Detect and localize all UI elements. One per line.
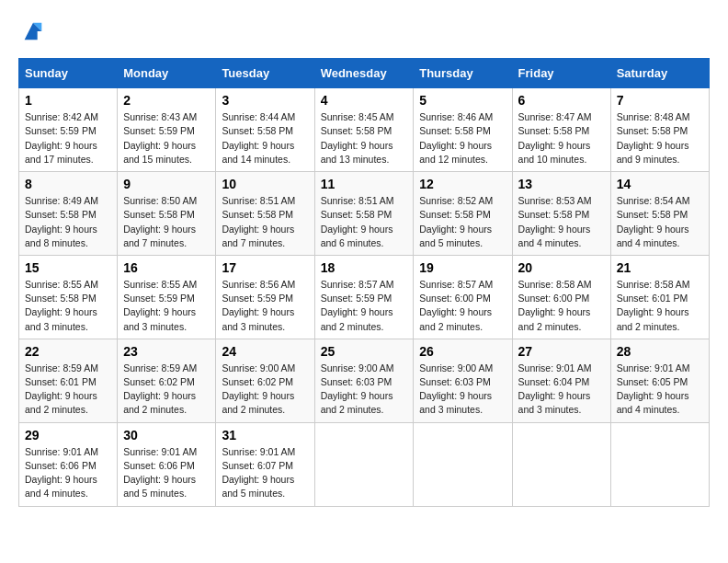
calendar-cell-4-4: 25Sunrise: 9:00 AMSunset: 6:03 PMDayligh…: [314, 339, 414, 422]
day-info: Sunrise: 8:44 AMSunset: 5:58 PMDaylight:…: [222, 110, 308, 167]
day-number: 28: [617, 344, 703, 359]
day-number: 14: [617, 177, 703, 191]
calendar-cell-5-1: 29Sunrise: 9:01 AMSunset: 6:06 PMDayligh…: [19, 422, 118, 506]
day-number: 15: [25, 260, 111, 275]
logo-text: [18, 18, 46, 49]
day-info: Sunrise: 9:00 AMSunset: 6:03 PMDaylight:…: [321, 362, 408, 418]
day-info: Sunrise: 8:54 AMSunset: 5:58 PMDaylight:…: [617, 194, 703, 250]
day-number: 4: [321, 93, 408, 108]
day-number: 30: [123, 428, 210, 442]
calendar-header-friday: Friday: [512, 59, 610, 88]
calendar-header-row: SundayMondayTuesdayWednesdayThursdayFrid…: [19, 59, 710, 88]
day-number: 24: [222, 344, 308, 359]
day-info: Sunrise: 8:43 AMSunset: 5:59 PMDaylight:…: [123, 110, 210, 167]
day-info: Sunrise: 8:45 AMSunset: 5:58 PMDaylight:…: [321, 110, 408, 167]
day-number: 19: [419, 260, 506, 275]
calendar-cell-2-4: 11Sunrise: 8:51 AMSunset: 5:58 PMDayligh…: [314, 172, 414, 256]
calendar-cell-2-6: 13Sunrise: 8:53 AMSunset: 5:58 PMDayligh…: [512, 172, 610, 256]
calendar-cell-5-3: 31Sunrise: 9:01 AMSunset: 6:07 PMDayligh…: [216, 422, 314, 506]
day-info: Sunrise: 8:47 AMSunset: 5:58 PMDaylight:…: [518, 110, 605, 167]
logo: [18, 18, 46, 49]
calendar-cell-5-7: [610, 422, 709, 506]
calendar-header-sunday: Sunday: [19, 59, 118, 88]
calendar-week-1: 1Sunrise: 8:42 AMSunset: 5:59 PMDaylight…: [19, 88, 710, 172]
day-number: 2: [123, 93, 210, 108]
day-number: 3: [222, 93, 308, 108]
calendar-cell-5-2: 30Sunrise: 9:01 AMSunset: 6:06 PMDayligh…: [118, 422, 216, 506]
calendar-cell-1-2: 2Sunrise: 8:43 AMSunset: 5:59 PMDaylight…: [118, 88, 216, 172]
calendar-cell-1-3: 3Sunrise: 8:44 AMSunset: 5:58 PMDaylight…: [216, 88, 314, 172]
day-info: Sunrise: 9:00 AMSunset: 6:02 PMDaylight:…: [222, 362, 308, 418]
calendar-cell-4-2: 23Sunrise: 8:59 AMSunset: 6:02 PMDayligh…: [118, 339, 216, 422]
day-info: Sunrise: 8:50 AMSunset: 5:58 PMDaylight:…: [123, 194, 210, 250]
day-number: 5: [419, 93, 506, 108]
calendar-header-monday: Monday: [118, 59, 216, 88]
day-info: Sunrise: 8:55 AMSunset: 5:59 PMDaylight:…: [123, 278, 210, 334]
calendar-cell-3-3: 17Sunrise: 8:56 AMSunset: 5:59 PMDayligh…: [216, 255, 314, 339]
day-info: Sunrise: 8:58 AMSunset: 6:00 PMDaylight:…: [518, 278, 605, 334]
calendar-header-tuesday: Tuesday: [216, 59, 314, 88]
calendar-cell-4-1: 22Sunrise: 8:59 AMSunset: 6:01 PMDayligh…: [19, 339, 118, 422]
day-info: Sunrise: 8:58 AMSunset: 6:01 PMDaylight:…: [617, 278, 703, 334]
calendar-week-3: 15Sunrise: 8:55 AMSunset: 5:58 PMDayligh…: [19, 255, 710, 339]
day-number: 21: [617, 260, 703, 275]
calendar-cell-4-5: 26Sunrise: 9:00 AMSunset: 6:03 PMDayligh…: [414, 339, 512, 422]
day-number: 13: [518, 177, 605, 191]
calendar-cell-5-4: [314, 422, 414, 506]
calendar-header-thursday: Thursday: [414, 59, 512, 88]
day-info: Sunrise: 8:56 AMSunset: 5:59 PMDaylight:…: [222, 278, 308, 334]
day-info: Sunrise: 8:49 AMSunset: 5:58 PMDaylight:…: [25, 194, 111, 250]
calendar-cell-1-5: 5Sunrise: 8:46 AMSunset: 5:58 PMDaylight…: [414, 88, 512, 172]
calendar-week-5: 29Sunrise: 9:01 AMSunset: 6:06 PMDayligh…: [19, 422, 710, 506]
day-info: Sunrise: 8:57 AMSunset: 5:59 PMDaylight:…: [321, 278, 408, 334]
calendar-cell-1-7: 7Sunrise: 8:48 AMSunset: 5:58 PMDaylight…: [610, 88, 709, 172]
day-info: Sunrise: 9:01 AMSunset: 6:06 PMDaylight:…: [25, 445, 111, 501]
day-info: Sunrise: 9:00 AMSunset: 6:03 PMDaylight:…: [419, 362, 506, 418]
calendar-cell-1-4: 4Sunrise: 8:45 AMSunset: 5:58 PMDaylight…: [314, 88, 414, 172]
calendar-cell-1-1: 1Sunrise: 8:42 AMSunset: 5:59 PMDaylight…: [19, 88, 118, 172]
calendar-cell-4-7: 28Sunrise: 9:01 AMSunset: 6:05 PMDayligh…: [610, 339, 709, 422]
day-info: Sunrise: 8:42 AMSunset: 5:59 PMDaylight:…: [25, 110, 111, 167]
day-info: Sunrise: 8:48 AMSunset: 5:58 PMDaylight:…: [617, 110, 703, 167]
calendar-week-4: 22Sunrise: 8:59 AMSunset: 6:01 PMDayligh…: [19, 339, 710, 422]
day-number: 10: [222, 177, 308, 191]
calendar-cell-2-1: 8Sunrise: 8:49 AMSunset: 5:58 PMDaylight…: [19, 172, 118, 256]
day-number: 6: [518, 93, 605, 108]
page-header: [18, 18, 710, 49]
day-number: 18: [321, 260, 408, 275]
day-info: Sunrise: 8:59 AMSunset: 6:02 PMDaylight:…: [123, 362, 210, 418]
day-number: 1: [25, 93, 111, 108]
day-info: Sunrise: 8:57 AMSunset: 6:00 PMDaylight:…: [419, 278, 506, 334]
day-info: Sunrise: 8:59 AMSunset: 6:01 PMDaylight:…: [25, 362, 111, 418]
calendar-cell-3-2: 16Sunrise: 8:55 AMSunset: 5:59 PMDayligh…: [118, 255, 216, 339]
calendar-cell-4-6: 27Sunrise: 9:01 AMSunset: 6:04 PMDayligh…: [512, 339, 610, 422]
day-number: 7: [617, 93, 703, 108]
day-number: 27: [518, 344, 605, 359]
calendar-cell-3-6: 20Sunrise: 8:58 AMSunset: 6:00 PMDayligh…: [512, 255, 610, 339]
calendar-cell-2-2: 9Sunrise: 8:50 AMSunset: 5:58 PMDaylight…: [118, 172, 216, 256]
day-number: 31: [222, 428, 308, 442]
day-info: Sunrise: 8:52 AMSunset: 5:58 PMDaylight:…: [419, 194, 506, 250]
day-number: 11: [321, 177, 408, 191]
day-info: Sunrise: 8:55 AMSunset: 5:58 PMDaylight:…: [25, 278, 111, 334]
calendar-cell-3-4: 18Sunrise: 8:57 AMSunset: 5:59 PMDayligh…: [314, 255, 414, 339]
day-number: 17: [222, 260, 308, 275]
calendar-cell-5-5: [414, 422, 512, 506]
day-number: 29: [25, 428, 111, 442]
calendar-cell-2-7: 14Sunrise: 8:54 AMSunset: 5:58 PMDayligh…: [610, 172, 709, 256]
calendar-cell-5-6: [512, 422, 610, 506]
day-number: 9: [123, 177, 210, 191]
day-info: Sunrise: 8:51 AMSunset: 5:58 PMDaylight:…: [222, 194, 308, 250]
calendar-table: SundayMondayTuesdayWednesdayThursdayFrid…: [18, 58, 710, 506]
day-number: 8: [25, 177, 111, 191]
day-number: 16: [123, 260, 210, 275]
calendar-cell-3-1: 15Sunrise: 8:55 AMSunset: 5:58 PMDayligh…: [19, 255, 118, 339]
day-number: 20: [518, 260, 605, 275]
day-info: Sunrise: 9:01 AMSunset: 6:04 PMDaylight:…: [518, 362, 605, 418]
day-info: Sunrise: 9:01 AMSunset: 6:06 PMDaylight:…: [123, 445, 210, 501]
calendar-week-2: 8Sunrise: 8:49 AMSunset: 5:58 PMDaylight…: [19, 172, 710, 256]
day-info: Sunrise: 8:51 AMSunset: 5:58 PMDaylight:…: [321, 194, 408, 250]
day-info: Sunrise: 9:01 AMSunset: 6:07 PMDaylight:…: [222, 445, 308, 501]
day-number: 12: [419, 177, 506, 191]
calendar-header-wednesday: Wednesday: [314, 59, 414, 88]
